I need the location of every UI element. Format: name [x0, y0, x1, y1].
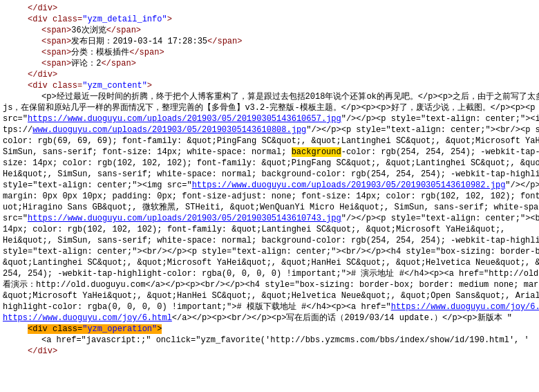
- highlighted-div: <div class="yzm_operation">: [0, 324, 539, 335]
- code-line-17: style="text-align: center;"><img src="ht…: [0, 180, 539, 191]
- code-text: 14px; color: rgb(102, 102, 102); font-fa…: [0, 224, 539, 235]
- code-line-25: 254, 254); -webkit-tap-highlight-color: …: [0, 268, 539, 279]
- code-text: Hei&quot;, SimSun, sans-serif; white-spa…: [0, 169, 539, 180]
- code-text: src="https://www.duoguyu.com/uploads/201…: [0, 213, 539, 224]
- code-text: &quot;Lantinghei SC&quot;, &quot;Microso…: [0, 257, 539, 268]
- code-line-8: <div class="yzm_content">: [0, 80, 539, 91]
- code-text: SimSun, sans-serif; font-size: 14px; whi…: [0, 147, 539, 158]
- code-text: margin: 0px 0px 10px; padding: 0px; font…: [0, 191, 539, 202]
- code-text: </div>: [0, 69, 539, 80]
- code-line-4: <span>发布日期：2019-03-14 17:28:35</span>: [0, 36, 539, 47]
- code-text: Hei&quot;, SimSun, sans-serif; white-spa…: [0, 235, 539, 246]
- code-line-27: &quot;Microsoft YaHei&quot;, &quot;HanHe…: [0, 290, 539, 301]
- code-text: 看演示：http://old.duoguyu.com</a></p><p><br…: [0, 279, 539, 290]
- code-line-9: <p>经过最近一段时间的折腾，终于把个人博客重构了，算是跟过去包括2018年说个…: [0, 91, 539, 102]
- code-text: <span>36次浏览</span>: [0, 25, 539, 36]
- code-line-16: Hei&quot;, SimSun, sans-serif; white-spa…: [0, 169, 539, 180]
- code-viewer: </div> <div class="yzm_detail_info"> <sp…: [0, 0, 539, 392]
- code-text: <span>评论：2</span>: [0, 58, 539, 69]
- code-line-13: color: rgb(69, 69, 69); font-family: &qu…: [0, 136, 539, 147]
- code-text: color: rgb(69, 69, 69); font-family: &qu…: [0, 136, 539, 147]
- code-line-1: </div>: [0, 3, 539, 14]
- code-line-18: margin: 0px 0px 10px; padding: 0px; font…: [0, 191, 539, 202]
- code-line-6: <span>评论：2</span>: [0, 58, 539, 69]
- code-text: https://www.duoguyu.com/joy/6.html</a></…: [0, 312, 539, 324]
- code-text: tps://www.duoguyu.com/uploads/201903/05/…: [0, 124, 539, 136]
- code-text: style="text-align: center;"><br/></p><p …: [0, 246, 539, 257]
- code-text: </div>: [0, 346, 539, 357]
- code-text: <div class="yzm_detail_info">: [0, 14, 539, 25]
- code-line-20: src="https://www.duoguyu.com/uploads/201…: [0, 213, 539, 224]
- code-text: 254, 254); -webkit-tap-highlight-color: …: [0, 268, 539, 279]
- code-line-26: 看演示：http://old.duoguyu.com</a></p><p><br…: [0, 279, 539, 290]
- code-line-19: uot;Hiragino Sans GB&quot;, 微软雅黑, STHeit…: [0, 202, 539, 213]
- code-text: <span>发布日期：2019-03-14 17:28:35</span>: [0, 36, 539, 47]
- code-line-23: style="text-align: center;"><br/></p><p …: [0, 246, 539, 257]
- code-text: <a href="javascript:;" onclick="yzm_favo…: [0, 335, 539, 346]
- code-line-29: https://www.duoguyu.com/joy/6.html</a></…: [0, 312, 539, 324]
- code-line-10: js，在保留和原站几乎一样的界面情况下，整理完善的【多骨鱼】v3.2-完整版-模…: [0, 102, 539, 113]
- code-line-22: Hei&quot;, SimSun, sans-serif; white-spa…: [0, 235, 539, 246]
- code-line-7: </div>: [0, 69, 539, 80]
- code-line-14: SimSun, sans-serif; font-size: 14px; whi…: [0, 147, 539, 158]
- code-text: &quot;Microsoft YaHei&quot;, &quot;HanHe…: [0, 290, 539, 301]
- code-line-5: <span>分类：模板插件</span>: [0, 47, 539, 58]
- code-line-3: <span>36次浏览</span>: [0, 25, 539, 36]
- code-line-21: 14px; color: rgb(102, 102, 102); font-fa…: [0, 224, 539, 235]
- code-text: <div class="yzm_content">: [0, 80, 539, 91]
- code-line-11: src="https://www.duoguyu.com/uploads/201…: [0, 113, 539, 124]
- code-line-31: <a href="javascript:;" onclick="yzm_favo…: [0, 335, 539, 346]
- code-line-24: &quot;Lantinghei SC&quot;, &quot;Microso…: [0, 257, 539, 268]
- code-line-28: highlight-color: rgba(0, 0, 0, 0) !impor…: [0, 301, 539, 312]
- code-line-2: <div class="yzm_detail_info">: [0, 14, 539, 25]
- code-text: size: 14px; color: rgb(102, 102, 102); f…: [0, 158, 539, 169]
- code-text: <p>经过最近一段时间的折腾，终于把个人博客重构了，算是跟过去包括2018年说个…: [0, 91, 539, 102]
- code-text: </div>: [0, 3, 539, 14]
- code-text: <span>分类：模板插件</span>: [0, 47, 539, 58]
- code-line-32: </div>: [0, 346, 539, 357]
- code-line-12: tps://www.duoguyu.com/uploads/201903/05/…: [0, 124, 539, 136]
- code-line-15: size: 14px; color: rgb(102, 102, 102); f…: [0, 158, 539, 169]
- code-text: src="https://www.duoguyu.com/uploads/201…: [0, 113, 539, 124]
- code-text: style="text-align: center;"><img src="ht…: [0, 180, 539, 191]
- code-line-30: <div class="yzm_operation">: [0, 324, 539, 335]
- code-text: uot;Hiragino Sans GB&quot;, 微软雅黑, STHeit…: [0, 202, 539, 213]
- code-text: highlight-color: rgba(0, 0, 0, 0) !impor…: [0, 301, 539, 312]
- code-text: js，在保留和原站几乎一样的界面情况下，整理完善的【多骨鱼】v3.2-完整版-模…: [0, 102, 539, 113]
